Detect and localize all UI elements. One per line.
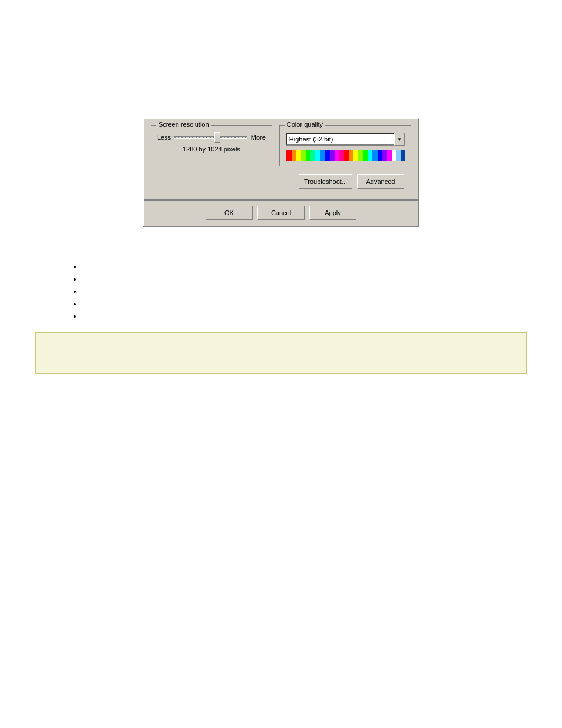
resolution-slider-container[interactable] [174, 133, 247, 142]
slider-thumb[interactable] [214, 132, 220, 143]
ok-button[interactable]: OK [206, 206, 253, 220]
color-quality-label: Color quality [285, 121, 325, 128]
bullet-item-3 [82, 287, 527, 296]
color-quality-select-wrapper: Highest (32 bit) Medium (16 bit) Low (8 … [286, 133, 405, 146]
cancel-button[interactable]: Cancel [257, 206, 305, 220]
troubleshoot-button[interactable]: Troubleshoot... [299, 174, 352, 189]
troubleshoot-row: Troubleshoot... Advanced [151, 172, 411, 193]
color-quality-select[interactable]: Highest (32 bit) Medium (16 bit) Low (8 … [286, 133, 395, 146]
more-label: More [251, 134, 266, 141]
slider-track [174, 136, 247, 139]
display-properties-dialog: Screen resolution Less More 1280 by 1024… [143, 118, 419, 227]
apply-button[interactable]: Apply [309, 206, 356, 220]
bullet-item-4 [82, 299, 527, 308]
bullet-list [82, 262, 527, 321]
screen-resolution-label: Screen resolution [156, 121, 211, 128]
resolution-value: 1280 by 1024 pixels [157, 146, 266, 153]
color-spectrum-bar [286, 150, 405, 161]
note-box [35, 332, 527, 374]
advanced-button[interactable]: Advanced [357, 174, 404, 189]
dialog-container: Screen resolution Less More 1280 by 1024… [35, 118, 527, 227]
bullet-item-2 [82, 275, 527, 284]
bullet-item-5 [82, 312, 527, 321]
select-dropdown-arrow[interactable]: ▼ [394, 133, 405, 146]
action-buttons-row: OK Cancel Apply [144, 200, 418, 226]
bullet-item-1 [82, 262, 527, 271]
less-label: Less [157, 134, 171, 141]
screen-resolution-group: Screen resolution Less More 1280 by 1024… [151, 125, 272, 166]
color-quality-group: Color quality Highest (32 bit) Medium (1… [279, 125, 411, 166]
